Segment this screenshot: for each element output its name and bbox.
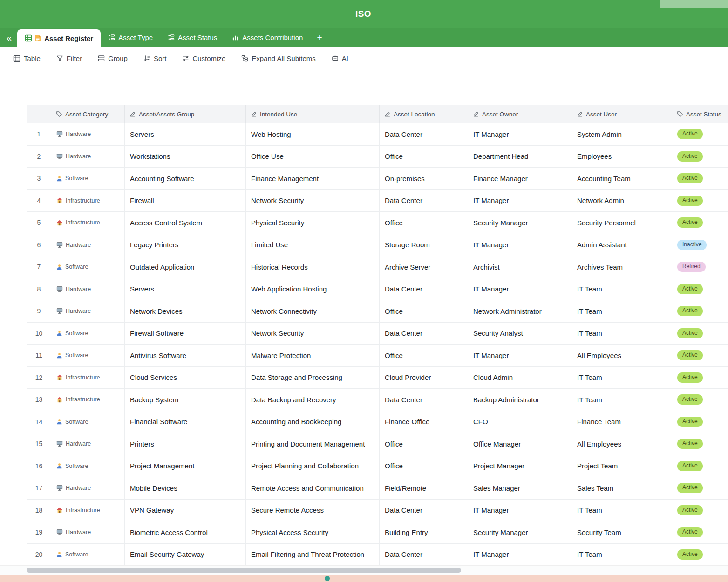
table-row[interactable]: 17 Hardware Mobile Devices Remote Access… [27,477,728,500]
cell-intended-use[interactable]: Office Use [246,146,380,168]
cell-asset-status[interactable]: Active [672,389,728,411]
cell-asset-status[interactable]: Active [672,367,728,389]
cell-asset-user[interactable]: All Employees [572,345,672,367]
cell-asset-category[interactable]: Software [51,256,125,278]
cell-asset-user[interactable]: Project Team [572,455,672,478]
table-row[interactable]: 19 Hardware Biometric Access Control Phy… [27,521,728,544]
cell-asset-location[interactable]: Office [380,146,468,168]
status-badge[interactable]: Active [677,306,703,316]
cell-asset-owner[interactable]: IT Manager [468,544,572,566]
cell-asset-user[interactable]: IT Team [572,278,672,301]
cell-asset-status[interactable]: Active [672,411,728,433]
cell-asset-location[interactable]: Archive Server [380,256,468,278]
cell-asset-category[interactable]: Software [51,168,125,190]
cell-asset-status[interactable]: Active [672,168,728,190]
status-badge[interactable]: Active [677,439,703,449]
row-number[interactable]: 5 [27,212,51,234]
table-row[interactable]: 1 Hardware Servers Web Hosting Data Cent… [27,123,728,146]
cell-asset-group[interactable]: Financial Software [125,411,246,433]
cell-asset-location[interactable]: Office [380,433,468,455]
row-number-header[interactable] [27,105,51,123]
cell-asset-location[interactable]: Storage Room [380,234,468,257]
cell-asset-category[interactable]: Hardware [51,300,125,323]
row-number[interactable]: 4 [27,190,51,212]
row-number[interactable]: 17 [27,477,51,500]
tab-asset-register[interactable]: Asset Register [17,29,101,47]
cell-asset-category[interactable]: Infrastructure [51,389,125,411]
cell-asset-user[interactable]: IT Team [572,300,672,323]
cell-asset-owner[interactable]: Security Analyst [468,323,572,345]
toolbar-customize[interactable]: Customize [182,54,225,62]
status-badge[interactable]: Active [677,350,703,360]
cell-asset-location[interactable]: Data Center [380,500,468,522]
cell-asset-group[interactable]: Backup System [125,389,246,411]
cell-asset-status[interactable]: Active [672,300,728,323]
cell-asset-group[interactable]: Workstations [125,146,246,168]
cell-asset-category[interactable]: Hardware [51,278,125,301]
cell-asset-status[interactable]: Active [672,123,728,146]
cell-asset-group[interactable]: Access Control System [125,212,246,234]
row-number[interactable]: 19 [27,521,51,544]
status-badge[interactable]: Active [677,284,703,294]
cell-asset-owner[interactable]: IT Manager [468,190,572,212]
cell-asset-category[interactable]: Hardware [51,234,125,257]
cell-asset-user[interactable]: Admin Assistant [572,234,672,257]
status-badge[interactable]: Inactive [677,240,707,250]
table-row[interactable]: 18 Infrastructure VPN Gateway Secure Rem… [27,500,728,522]
cell-asset-location[interactable]: Finance Office [380,411,468,433]
cell-intended-use[interactable]: Web Application Hosting [246,278,380,301]
cell-asset-owner[interactable]: Sales Manager [468,477,572,500]
table-row[interactable]: 16 Software Project Management Project P… [27,455,728,478]
cell-asset-category[interactable]: Software [51,345,125,367]
cell-asset-user[interactable]: Sales Team [572,477,672,500]
cell-asset-group[interactable]: Project Management [125,455,246,478]
cell-asset-status[interactable]: Active [672,146,728,168]
cell-intended-use[interactable]: Network Security [246,323,380,345]
table-row[interactable]: 8 Hardware Servers Web Application Hosti… [27,278,728,301]
cell-asset-category[interactable]: Infrastructure [51,367,125,389]
cell-intended-use[interactable]: Web Hosting [246,123,380,146]
cell-asset-category[interactable]: Hardware [51,433,125,455]
cell-asset-status[interactable]: Active [672,521,728,544]
row-number[interactable]: 2 [27,146,51,168]
cell-asset-owner[interactable]: IT Manager [468,123,572,146]
cell-asset-location[interactable]: Cloud Provider [380,367,468,389]
cell-intended-use[interactable]: Data Backup and Recovery [246,389,380,411]
row-number[interactable]: 14 [27,411,51,433]
cell-asset-group[interactable]: Network Devices [125,300,246,323]
cell-asset-location[interactable]: On-premises [380,168,468,190]
cell-asset-location[interactable]: Office [380,455,468,478]
cell-asset-location[interactable]: Data Center [380,544,468,566]
tab-asset-status[interactable]: Asset Status [160,28,225,47]
status-badge[interactable]: Retired [677,262,706,272]
cell-asset-group[interactable]: Accounting Software [125,168,246,190]
cell-intended-use[interactable]: Malware Protection [246,345,380,367]
cell-asset-status[interactable]: Active [672,345,728,367]
table-row[interactable]: 2 Hardware Workstations Office Use Offic… [27,146,728,168]
table-row[interactable]: 12 Infrastructure Cloud Services Data St… [27,367,728,389]
scrollbar-thumb[interactable] [27,568,461,573]
cell-asset-status[interactable]: Active [672,433,728,455]
cell-asset-owner[interactable]: IT Manager [468,500,572,522]
cell-intended-use[interactable]: Secure Remote Access [246,500,380,522]
toolbar-filter[interactable]: Filter [56,54,82,62]
cell-intended-use[interactable]: Physical Access Security [246,521,380,544]
cell-asset-user[interactable]: Archives Team [572,256,672,278]
cell-asset-status[interactable]: Active [672,500,728,522]
table-row[interactable]: 20 Software Email Security Gateway Email… [27,544,728,566]
cell-asset-owner[interactable]: Office Manager [468,433,572,455]
status-badge[interactable]: Active [677,394,703,405]
cell-intended-use[interactable]: Printing and Document Management [246,433,380,455]
cell-asset-owner[interactable]: Cloud Admin [468,367,572,389]
table-row[interactable]: 14 Software Financial Software Accountin… [27,411,728,433]
cell-asset-location[interactable]: Data Center [380,278,468,301]
cell-asset-category[interactable]: Infrastructure [51,190,125,212]
cell-asset-category[interactable]: Hardware [51,146,125,168]
cell-asset-group[interactable]: Servers [125,123,246,146]
cell-asset-group[interactable]: Antivirus Software [125,345,246,367]
cell-asset-location[interactable]: Office [380,212,468,234]
cell-asset-user[interactable]: IT Team [572,367,672,389]
row-number[interactable]: 3 [27,168,51,190]
table-row[interactable]: 7 Software Outdated Application Historic… [27,256,728,278]
status-badge[interactable]: Active [677,505,703,515]
